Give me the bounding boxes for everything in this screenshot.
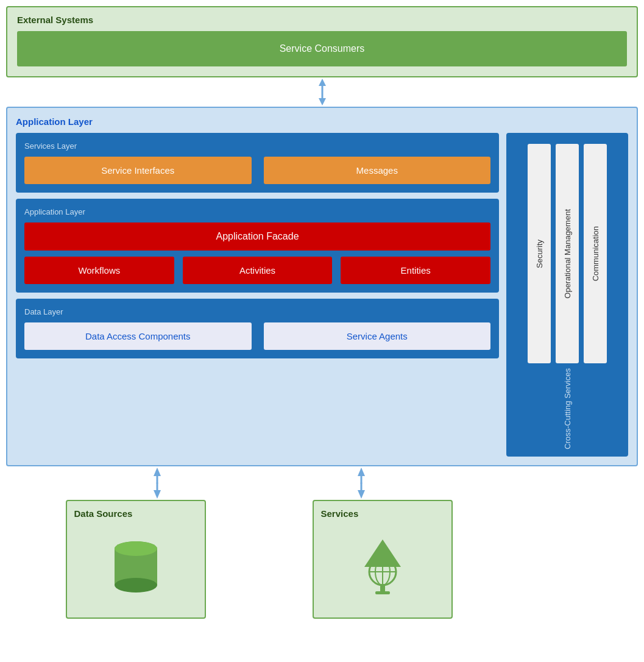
data-layer-content: Data Access Components Service Agents bbox=[24, 322, 490, 350]
service-consumers-box: Service Consumers bbox=[17, 31, 627, 66]
services-box: Services bbox=[313, 500, 453, 619]
activities-label: Activities bbox=[239, 265, 275, 276]
application-layer-outer: Application Layer Services Layer Service… bbox=[6, 107, 638, 466]
services-layer-box: Services Layer Service Interfaces Messag… bbox=[16, 133, 499, 193]
application-layer-outer-title: Application Layer bbox=[16, 116, 628, 127]
messages-label: Messages bbox=[356, 165, 398, 176]
data-access-box: Data Access Components bbox=[24, 322, 252, 350]
bottom-arrows-and-boxes: Data Sources Services bbox=[6, 466, 512, 619]
svg-marker-11 bbox=[358, 490, 365, 499]
data-sources-box: Data Sources bbox=[66, 500, 206, 619]
external-systems-section: External Systems Service Consumers bbox=[6, 6, 638, 77]
services-svg-icon bbox=[352, 536, 413, 597]
service-interfaces-label: Service Interfaces bbox=[101, 165, 174, 176]
data-sources-icon bbox=[74, 524, 197, 610]
vertical-bar-security: Security bbox=[528, 144, 551, 363]
cross-cutting-title: Cross-Cutting Services bbox=[563, 368, 572, 449]
application-facade-label: Application Facade bbox=[216, 231, 299, 241]
svg-marker-8 bbox=[358, 468, 365, 476]
workflows-box: Workflows bbox=[24, 257, 174, 284]
diagram-wrapper: External Systems Service Consumers Appli… bbox=[6, 6, 638, 619]
app-layer-inner-layout: Services Layer Service Interfaces Messag… bbox=[16, 133, 628, 457]
right-column: Security Operational Management Communic… bbox=[506, 133, 628, 457]
bidirectional-arrow bbox=[310, 77, 334, 107]
bottom-green-boxes: Data Sources Services bbox=[6, 500, 512, 619]
workflows-label: Workflows bbox=[78, 265, 120, 276]
vertical-bars: Security Operational Management Communic… bbox=[528, 144, 607, 363]
svg-point-15 bbox=[115, 541, 157, 556]
data-layer-box: Data Layer Data Access Components Servic… bbox=[16, 299, 499, 358]
svg-marker-3 bbox=[319, 98, 326, 105]
messages-box: Messages bbox=[264, 157, 491, 184]
entities-label: Entities bbox=[401, 265, 431, 276]
services-layer-title: Services Layer bbox=[24, 141, 490, 151]
vertical-bar-operational: Operational Management bbox=[556, 144, 579, 363]
data-layer-title: Data Layer bbox=[24, 307, 490, 316]
services-title: Services bbox=[321, 508, 359, 519]
bottom-arrow-row bbox=[6, 466, 512, 500]
external-systems-title: External Systems bbox=[17, 15, 627, 25]
vertical-bar-communication: Communication bbox=[584, 144, 607, 363]
bottom-section: Data Sources Services bbox=[6, 466, 638, 619]
left-column: Services Layer Service Interfaces Messag… bbox=[16, 133, 499, 457]
service-interfaces-box: Service Interfaces bbox=[24, 157, 252, 184]
application-layer-inner-box: Application Layer Application Facade Wor… bbox=[16, 199, 499, 293]
svg-rect-21 bbox=[380, 584, 385, 593]
application-facade-box: Application Facade bbox=[24, 222, 490, 251]
svg-rect-22 bbox=[375, 591, 390, 594]
security-label: Security bbox=[535, 240, 544, 268]
communication-label: Communication bbox=[591, 226, 600, 281]
svg-point-14 bbox=[115, 578, 157, 593]
database-icon bbox=[111, 536, 160, 597]
svg-marker-0 bbox=[319, 79, 326, 86]
service-agents-box: Service Agents bbox=[264, 322, 491, 350]
application-layer-inner-title: Application Layer bbox=[24, 207, 490, 216]
svg-marker-4 bbox=[154, 468, 161, 476]
data-access-label: Data Access Components bbox=[85, 331, 191, 341]
entities-box: Entities bbox=[341, 257, 490, 284]
data-sources-arrow bbox=[145, 466, 169, 500]
service-agents-label: Service Agents bbox=[347, 331, 408, 341]
services-icon bbox=[321, 524, 444, 610]
operational-label: Operational Management bbox=[563, 209, 572, 299]
services-layer-content: Service Interfaces Messages bbox=[24, 157, 490, 184]
activities-box: Activities bbox=[183, 257, 333, 284]
red-boxes-row: Workflows Activities Entities bbox=[24, 257, 490, 284]
svg-marker-7 bbox=[154, 490, 161, 499]
svg-marker-20 bbox=[364, 539, 401, 567]
service-consumers-label: Service Consumers bbox=[280, 43, 365, 54]
data-sources-title: Data Sources bbox=[74, 508, 133, 519]
top-arrow-connector bbox=[6, 77, 638, 107]
services-arrow bbox=[349, 466, 373, 500]
cross-cutting-box: Security Operational Management Communic… bbox=[506, 133, 628, 457]
